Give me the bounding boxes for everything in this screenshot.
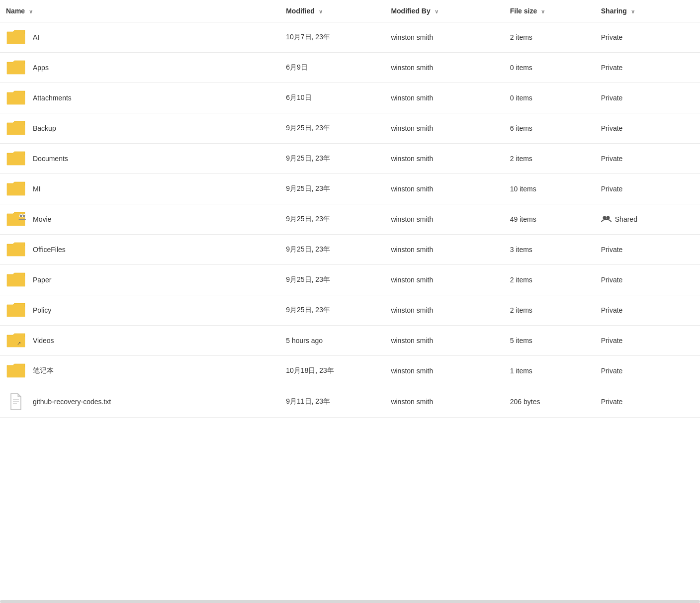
cell-modified: 5 hours ago bbox=[280, 326, 385, 356]
cell-modifiedby: winston smith bbox=[385, 144, 504, 174]
cell-modified: 9月25日, 23年 bbox=[280, 235, 385, 265]
item-name: Backup bbox=[33, 124, 56, 132]
col-header-modifiedby-sort: ∨ bbox=[435, 8, 438, 15]
folder-icon bbox=[6, 29, 26, 46]
cell-sharing: Private bbox=[595, 386, 700, 418]
cell-name: Backup bbox=[0, 113, 280, 144]
folder-icon: ↗ bbox=[6, 332, 26, 349]
cell-sharing: Private bbox=[595, 295, 700, 326]
item-name: Policy bbox=[33, 306, 51, 314]
cell-filesize: 2 items bbox=[504, 265, 595, 295]
cell-filesize: 0 items bbox=[504, 53, 595, 83]
table-row[interactable]: OfficeFiles9月25日, 23年winston smith3 item… bbox=[0, 235, 700, 265]
col-header-modifiedby[interactable]: Modified By ∨ bbox=[385, 0, 504, 22]
item-name: github-recovery-codes.txt bbox=[33, 398, 111, 406]
shared-icon bbox=[601, 215, 612, 224]
cell-name: MI bbox=[0, 174, 280, 204]
col-header-filesize-label: File size bbox=[510, 7, 537, 15]
cell-filesize: 0 items bbox=[504, 83, 595, 113]
table-row[interactable]: Attachments6月10日winston smith0 itemsPriv… bbox=[0, 83, 700, 113]
svg-text:↗: ↗ bbox=[17, 341, 21, 346]
cell-name: ↗ Videos bbox=[0, 326, 280, 356]
item-name: Apps bbox=[33, 64, 49, 72]
cell-modifiedby: winston smith bbox=[385, 53, 504, 83]
folder-icon bbox=[6, 59, 26, 76]
col-header-name-sort: ∨ bbox=[29, 8, 33, 15]
cell-modifiedby: winston smith bbox=[385, 22, 504, 53]
cell-modifiedby: winston smith bbox=[385, 113, 504, 144]
table-row[interactable]: Paper9月25日, 23年winston smith2 itemsPriva… bbox=[0, 265, 700, 295]
cell-modified: 6月10日 bbox=[280, 83, 385, 113]
col-header-modifiedby-label: Modified By bbox=[391, 7, 430, 15]
cell-filesize: 1 items bbox=[504, 356, 595, 386]
cell-name: Apps bbox=[0, 53, 280, 83]
cell-modified: 9月25日, 23年 bbox=[280, 113, 385, 144]
cell-name: AI bbox=[0, 22, 280, 53]
cell-filesize: 206 bytes bbox=[504, 386, 595, 418]
table-row[interactable]: Backup9月25日, 23年winston smith6 itemsPriv… bbox=[0, 113, 700, 144]
cell-modifiedby: winston smith bbox=[385, 83, 504, 113]
cell-modified: 9月25日, 23年 bbox=[280, 144, 385, 174]
item-name: Videos bbox=[33, 337, 54, 345]
cell-modified: 9月25日, 23年 bbox=[280, 204, 385, 235]
table-row[interactable]: Apps6月9日winston smith0 itemsPrivate bbox=[0, 53, 700, 83]
cell-name: Attachments bbox=[0, 83, 280, 113]
item-name: 笔记本 bbox=[33, 366, 54, 375]
table-row[interactable]: MI9月25日, 23年winston smith10 itemsPrivate bbox=[0, 174, 700, 204]
cell-filesize: 2 items bbox=[504, 295, 595, 326]
cell-sharing: Private bbox=[595, 113, 700, 144]
cell-modifiedby: winston smith bbox=[385, 295, 504, 326]
cell-modifiedby: winston smith bbox=[385, 204, 504, 235]
svg-point-1 bbox=[22, 214, 25, 217]
cell-modified: 6月9日 bbox=[280, 53, 385, 83]
cell-modified: 9月25日, 23年 bbox=[280, 295, 385, 326]
cell-sharing: Private bbox=[595, 356, 700, 386]
cell-sharing: Shared bbox=[595, 204, 700, 235]
cell-modified: 9月25日, 23年 bbox=[280, 174, 385, 204]
cell-filesize: 10 items bbox=[504, 174, 595, 204]
folder-icon bbox=[6, 89, 26, 106]
table-row[interactable]: 笔记本10月18日, 23年winston smith1 itemsPrivat… bbox=[0, 356, 700, 386]
col-header-filesize[interactable]: File size ∨ bbox=[504, 0, 595, 22]
col-header-modified-sort: ∨ bbox=[319, 8, 323, 15]
folder-icon bbox=[6, 180, 26, 197]
cell-filesize: 3 items bbox=[504, 235, 595, 265]
table-row[interactable]: github-recovery-codes.txt9月11日, 23年winst… bbox=[0, 386, 700, 418]
cell-sharing: Private bbox=[595, 83, 700, 113]
folder-icon bbox=[6, 302, 26, 319]
cell-modifiedby: winston smith bbox=[385, 174, 504, 204]
cell-filesize: 49 items bbox=[504, 204, 595, 235]
cell-name: github-recovery-codes.txt bbox=[0, 386, 280, 418]
col-header-sharing[interactable]: Sharing ∨ bbox=[595, 0, 700, 22]
table-row[interactable]: Movie9月25日, 23年winston smith49 items Sha… bbox=[0, 204, 700, 235]
col-header-name[interactable]: Name ∨ bbox=[0, 0, 280, 22]
cell-name: Movie bbox=[0, 204, 280, 235]
cell-name: Policy bbox=[0, 295, 280, 326]
table-row[interactable]: AI10月7日, 23年winston smith2 itemsPrivate bbox=[0, 22, 700, 53]
item-name: Documents bbox=[33, 155, 68, 163]
cell-sharing: Private bbox=[595, 326, 700, 356]
cell-sharing: Private bbox=[595, 144, 700, 174]
cell-modified: 10月18日, 23年 bbox=[280, 356, 385, 386]
cell-name: OfficeFiles bbox=[0, 235, 280, 265]
table-row[interactable]: Documents9月25日, 23年winston smith2 itemsP… bbox=[0, 144, 700, 174]
cell-sharing: Private bbox=[595, 22, 700, 53]
cell-sharing: Private bbox=[595, 53, 700, 83]
sharing-label: Shared bbox=[615, 215, 637, 223]
svg-point-0 bbox=[19, 214, 22, 217]
cell-filesize: 2 items bbox=[504, 144, 595, 174]
cell-sharing: Private bbox=[595, 235, 700, 265]
col-header-modified[interactable]: Modified ∨ bbox=[280, 0, 385, 22]
folder-icon bbox=[6, 362, 26, 379]
item-name: Paper bbox=[33, 276, 51, 284]
table-row[interactable]: ↗ Videos5 hours agowinston smith5 itemsP… bbox=[0, 326, 700, 356]
cell-name: Paper bbox=[0, 265, 280, 295]
table-row[interactable]: Policy9月25日, 23年winston smith2 itemsPriv… bbox=[0, 295, 700, 326]
cell-name: 笔记本 bbox=[0, 356, 280, 386]
col-header-filesize-sort: ∨ bbox=[541, 8, 545, 15]
folder-icon bbox=[6, 241, 26, 258]
cell-modified: 9月25日, 23年 bbox=[280, 265, 385, 295]
item-name: MI bbox=[33, 185, 41, 193]
cell-filesize: 5 items bbox=[504, 326, 595, 356]
col-header-sharing-label: Sharing bbox=[601, 7, 627, 15]
